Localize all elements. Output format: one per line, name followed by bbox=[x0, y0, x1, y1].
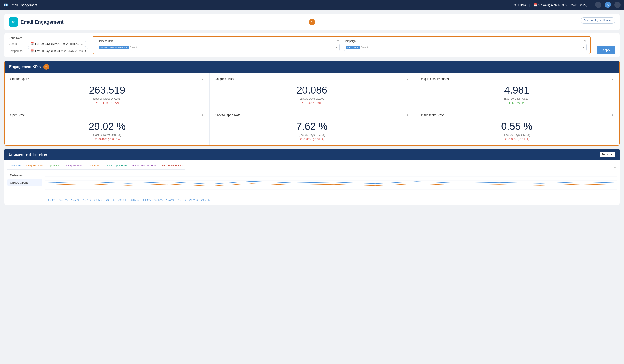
tab-unique-unsubs[interactable]: Unique Unsubscribes bbox=[130, 163, 159, 168]
calendar-current-icon: 📅 bbox=[30, 42, 34, 46]
step-1-badge: 1 bbox=[309, 19, 315, 25]
timeline-filter-icon[interactable]: ⛛ bbox=[614, 166, 617, 169]
apply-button[interactable]: Apply bbox=[597, 46, 615, 54]
page-header: ✉ Email Engagement 1 Powered By Intellig… bbox=[4, 14, 620, 30]
unique-unsubs-delta: ▲ 1.10% (54) bbox=[420, 101, 614, 104]
business-unit-chevron: ▼ bbox=[335, 46, 338, 49]
business-unit-select[interactable]: Northern Trail Outfitters ✕ Select.. ▼ bbox=[97, 44, 339, 51]
unsub-rate-compare: (Last 30 Days: 0.55 %) bbox=[420, 133, 614, 136]
campaign-tag: Birthday ✕ bbox=[346, 46, 360, 49]
timeline-content: Deliveries Unique Opens bbox=[7, 172, 617, 202]
compare-date-input[interactable]: 📅 Last 30 Days (Oct 23, 2022 - Nov 21, 2… bbox=[28, 48, 88, 54]
business-unit-filter-group: Business Unit ⛛ Northern Trail Outfitter… bbox=[97, 39, 339, 51]
more-options-button[interactable]: ⋮ bbox=[614, 2, 621, 8]
tab-open-rate[interactable]: Open Rate bbox=[46, 163, 63, 168]
main-container: ✉ Email Engagement 1 Powered By Intellig… bbox=[0, 10, 624, 364]
campaign-chevron: ▼ bbox=[582, 46, 585, 49]
unique-clicks-delta: ▼ -1.50% (-306) bbox=[215, 101, 409, 104]
campaign-tag-remove[interactable]: ✕ bbox=[357, 46, 359, 49]
unique-opens-value: 263,519 bbox=[10, 84, 204, 96]
unique-opens-filter-icon[interactable]: ⛛ bbox=[201, 77, 204, 81]
unique-opens-label: Unique Opens bbox=[10, 77, 30, 81]
campaign-filter-group: Campaign ⛛ Birthday ✕ Select.. ▼ bbox=[344, 39, 587, 51]
campaign-select[interactable]: Birthday ✕ Select.. ▼ bbox=[344, 44, 587, 51]
ctor-label: Click to Open Rate bbox=[215, 113, 240, 117]
kpi-section: Engagement KPIs 2 Unique Opens ⛛ 263,519… bbox=[4, 60, 620, 146]
filter-funnel-icon: 🜃 bbox=[514, 3, 517, 6]
share-button[interactable]: ↑ bbox=[595, 2, 601, 8]
sidebar-item-deliveries[interactable]: Deliveries bbox=[7, 172, 42, 179]
unique-unsubs-compare: (Last 30 Days: 4,927) bbox=[420, 97, 614, 100]
kpi-card-unique-clicks: Unique Clicks ⛛ 20,086 (Last 30 Days: 20… bbox=[209, 73, 414, 109]
data-val-6: 29.16 % bbox=[105, 198, 116, 202]
data-val-13: 28.74 % bbox=[188, 198, 200, 202]
open-rate-filter-icon[interactable]: ⛛ bbox=[201, 114, 204, 117]
campaign-filter-icon[interactable]: ⛛ bbox=[584, 39, 587, 43]
business-unit-tag: Northern Trail Outfitters ✕ bbox=[99, 46, 129, 49]
data-val-10: 29.15 % bbox=[152, 198, 164, 202]
data-val-8: 28.86 % bbox=[129, 198, 140, 202]
tab-click-to-open-rate[interactable]: Click to Open Rate bbox=[103, 163, 129, 168]
open-rate-compare: (Last 30 Days: 30.06 %) bbox=[10, 133, 204, 136]
unique-clicks-filter-icon[interactable]: ⛛ bbox=[406, 77, 409, 81]
send-date-section: Send Date Current 📅 Last 30 Days (Nov 22… bbox=[9, 36, 88, 54]
email-app-icon: ✉ bbox=[9, 18, 18, 27]
sidebar-item-unique-opens[interactable]: Unique Opens bbox=[7, 179, 42, 186]
unsub-rate-value: 0.55 % bbox=[420, 120, 614, 132]
data-val-5: 28.47 % bbox=[93, 198, 104, 202]
unique-opens-delta: ▼ -1.41% (-3,762) bbox=[10, 101, 204, 104]
data-val-3: 28.63 % bbox=[69, 198, 81, 202]
tab-unique-opens[interactable]: Unique Opens bbox=[24, 163, 46, 168]
granularity-select[interactable]: Daily ▼ bbox=[599, 152, 615, 157]
business-unit-placeholder: Select.. bbox=[130, 46, 138, 49]
filters-button[interactable]: 🜃 Filters bbox=[514, 3, 526, 6]
ctor-compare: (Last 30 Days: 7.63 %) bbox=[215, 133, 409, 136]
top-bar-title-area: 📧 Email Engagement bbox=[3, 3, 37, 7]
tab-unsub-rate[interactable]: Unsubscribe Rate bbox=[160, 163, 185, 168]
top-bar-actions: 🜃 Filters | 📅 On Going (Jan 1, 2019 - De… bbox=[514, 2, 621, 8]
powered-by-button[interactable]: Powered By Intelligence bbox=[580, 18, 615, 24]
data-val-11: 28.72 % bbox=[164, 198, 176, 202]
unsub-rate-filter-icon[interactable]: ⛛ bbox=[611, 114, 614, 117]
data-val-4: 29.04 % bbox=[81, 198, 92, 202]
unique-unsubs-label: Unique Unsubscribes bbox=[420, 77, 449, 81]
calendar-compare-icon: 📅 bbox=[30, 49, 34, 53]
current-date-field: Current 📅 Last 30 Days (Nov 22, 2022 - D… bbox=[9, 41, 88, 47]
edit-button[interactable]: ✎ bbox=[605, 2, 611, 8]
compare-date-value: Last 30 Days (Oct 23, 2022 - Nov 21, 202… bbox=[35, 50, 86, 53]
business-unit-tag-remove[interactable]: ✕ bbox=[126, 46, 127, 49]
tab-deliveries[interactable]: Deliveries bbox=[7, 163, 23, 168]
chart-area: 28.90 % 29.24 % 28.63 % 29.04 % 28.47 % … bbox=[46, 172, 617, 202]
calendar-icon: 📅 bbox=[534, 3, 537, 6]
unique-opens-compare: (Last 30 Days: 267,281) bbox=[10, 97, 204, 100]
data-val-2: 29.24 % bbox=[57, 198, 69, 202]
ctor-value: 7.62 % bbox=[215, 120, 409, 132]
timeline-body: Deliveries Unique Opens Open Rate Unique… bbox=[4, 160, 620, 205]
ctor-filter-icon[interactable]: ⛛ bbox=[406, 114, 409, 117]
unsub-rate-label: Unsubscribe Rate bbox=[420, 113, 444, 117]
current-date-input[interactable]: 📅 Last 30 Days (Nov 22, 2022 - Dec 20, 2… bbox=[28, 41, 86, 47]
data-val-7: 29.13 % bbox=[117, 198, 128, 202]
unique-clicks-label: Unique Clicks bbox=[215, 77, 234, 81]
business-unit-filter-icon[interactable]: ⛛ bbox=[337, 39, 339, 43]
open-rate-value: 29.02 % bbox=[10, 120, 204, 132]
unique-unsubs-filter-icon[interactable]: ⛛ bbox=[611, 77, 614, 81]
unique-unsubs-value: 4,981 bbox=[420, 84, 614, 96]
granularity-chevron: ▼ bbox=[610, 153, 613, 156]
kpi-section-title: Engagement KPIs bbox=[9, 65, 41, 69]
unsub-rate-delta: ▼ -1.03% (-0.01 %) bbox=[420, 137, 614, 141]
open-rate-label: Open Rate bbox=[10, 113, 25, 117]
tab-unique-clicks[interactable]: Unique Clicks bbox=[64, 163, 84, 168]
data-val-12: 28.91 % bbox=[176, 198, 187, 202]
business-campaign-filter-box: Business Unit ⛛ Northern Trail Outfitter… bbox=[93, 36, 591, 54]
tab-click-rate[interactable]: Click Rate bbox=[85, 163, 102, 168]
business-unit-label: Business Unit bbox=[97, 40, 112, 43]
date-range-display[interactable]: 📅 On Going (Jan 1, 2019 - Dec 21, 2022) bbox=[534, 3, 588, 6]
timeline-chart bbox=[46, 172, 617, 198]
timeline-section-header: Engagement Timeline Daily ▼ bbox=[4, 149, 620, 160]
data-val-14: 28.62 % bbox=[200, 198, 211, 202]
unique-clicks-value: 20,086 bbox=[215, 84, 409, 96]
compare-label: Compare to bbox=[9, 50, 26, 53]
sidebar-metrics: Deliveries Unique Opens bbox=[7, 172, 42, 202]
open-rate-delta: ▼ -3.48% (-1.05 %) bbox=[10, 137, 204, 141]
